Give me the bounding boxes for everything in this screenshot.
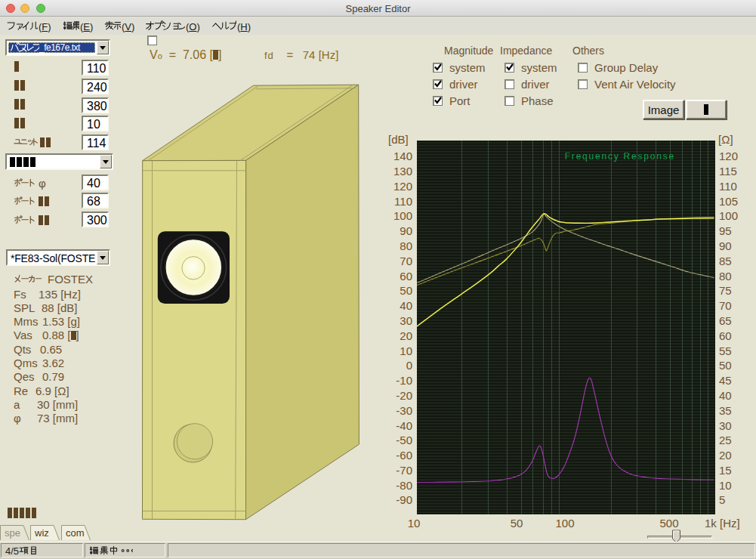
svg-text:com: com: [66, 527, 85, 539]
svg-text:Frequency Response: Frequency Response: [565, 151, 675, 162]
svg-text:wiz: wiz: [34, 527, 49, 539]
svg-text:spe: spe: [5, 527, 20, 539]
